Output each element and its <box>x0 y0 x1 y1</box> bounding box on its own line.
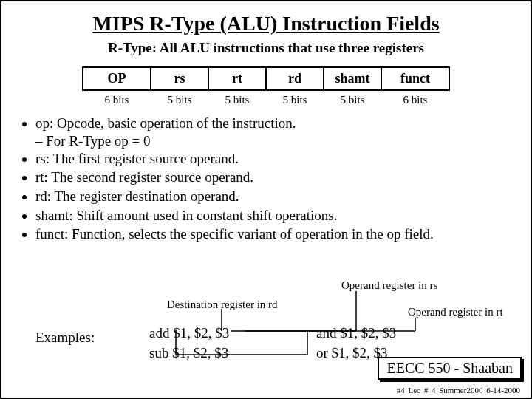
bullet-list: op: Opcode, basic operation of the instr… <box>22 114 531 133</box>
example-add: add $1, $2, $3 <box>149 324 229 344</box>
bits-rt: 5 bits <box>208 94 266 106</box>
bullet-op: op: Opcode, basic operation of the instr… <box>35 114 531 133</box>
bullet-op-sub: – For R-Type op = 0 <box>35 133 531 149</box>
bullet-shamt: shamt: Shift amount used in constant shi… <box>35 206 531 225</box>
annotation-rs: Operand register in rs <box>341 279 437 292</box>
course-badge: EECC 550 - Shaaban <box>378 357 522 380</box>
bits-funct: 6 bits <box>381 94 449 106</box>
examples-left: add $1, $2, $3 sub $1, $2, $3 <box>149 324 229 363</box>
annotation-rt: Operand register in rt <box>408 306 503 318</box>
bullet-rd: rd: The register destination operand. <box>35 187 531 206</box>
field-rs: rs <box>151 67 208 90</box>
bits-shamt: 5 bits <box>324 94 381 106</box>
slide-subtitle: R-Type: All ALU instructions that use th… <box>1 40 531 56</box>
field-funct: funct <box>381 67 449 90</box>
example-and: and $1, $2, $3 <box>316 324 396 344</box>
bits-op: 6 bits <box>83 94 151 106</box>
field-rd: rd <box>266 67 324 90</box>
bullet-rt: rt: The second register source operand. <box>35 168 531 187</box>
example-sub: sub $1, $2, $3 <box>149 344 229 364</box>
bullet-rs: rs: The first register source operand. <box>35 149 531 168</box>
bullet-list-cont: rs: The first register source operand. r… <box>22 149 531 244</box>
field-op: OP <box>83 67 151 90</box>
slide-title: MIPS R-Type (ALU) Instruction Fields <box>1 12 531 35</box>
bits-rs: 5 bits <box>151 94 208 106</box>
field-rt: rt <box>208 67 266 90</box>
bits-row: 6 bits 5 bits 5 bits 5 bits 5 bits 6 bit… <box>1 94 531 106</box>
examples-label: Examples: <box>35 330 95 346</box>
bits-rd: 5 bits <box>266 94 324 106</box>
fields-table: OP rs rt rd shamt funct <box>82 66 450 91</box>
field-shamt: shamt <box>324 67 381 90</box>
bullet-funct: funct: Function, selects the specific va… <box>35 225 531 244</box>
footer-meta: #4 Lec # 4 Summer2000 6-14-2000 <box>397 386 520 395</box>
annotation-rd: Destination register in rd <box>167 299 278 311</box>
